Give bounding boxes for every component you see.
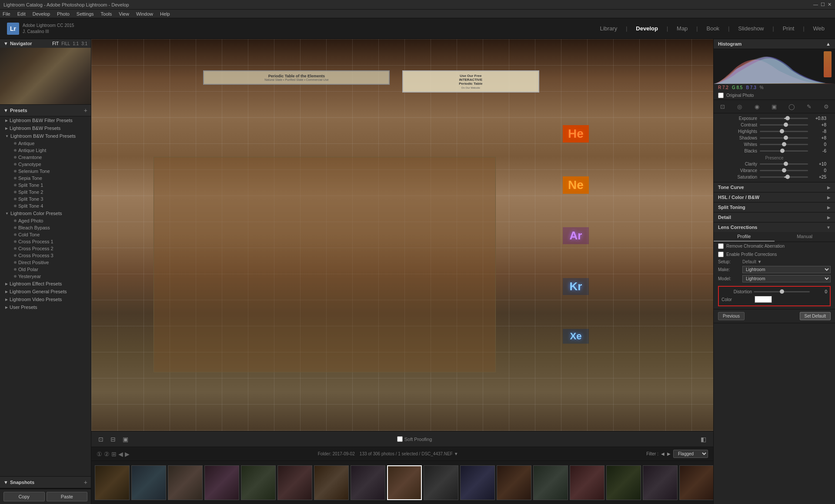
preset-split-tone-4[interactable]: Split Tone 4 [0,202,91,209]
preset-antique[interactable]: Antique [0,140,91,147]
vibrance-track[interactable] [760,170,808,171]
zoom-fit[interactable]: FIT [52,41,59,46]
nav-map[interactable]: Map [673,23,691,33]
navigator-header[interactable]: ▼ Navigator FIT FILL 1:1 3:1 [0,39,91,48]
lens-setup-value[interactable]: Default ▼ [742,259,762,264]
exposure-thumb[interactable] [785,116,790,120]
highlights-track[interactable] [760,131,808,132]
settings-icon[interactable]: ⚙ [822,102,831,111]
filter-arrow-right[interactable]: ▶ [667,451,671,456]
blacks-thumb[interactable] [780,149,785,153]
film-thumb-10[interactable] [424,465,458,500]
survey-view-button[interactable]: ▣ [121,435,130,444]
distortion-track[interactable] [754,291,810,292]
exposure-track[interactable] [760,118,808,119]
hsl-header[interactable]: HSL / Color / B&W ▶ [714,192,835,202]
zoom-3to1[interactable]: 3:1 [81,41,87,46]
preset-group-video-header[interactable]: ▶ Lightroom Video Presets [0,295,91,303]
split-toning-header[interactable]: Split Toning ▶ [714,202,835,212]
filter-dropdown[interactable]: Flagged All Photos Rated [673,450,708,458]
maximize-button[interactable]: ☐ [821,2,825,7]
lens-profile-tab[interactable]: Profile [714,232,775,242]
spot-heal-icon[interactable]: ◎ [735,102,744,111]
film-thumb-4[interactable] [204,465,239,500]
detail-header[interactable]: Detail ▶ [714,212,835,222]
main-image-area[interactable]: He Ne Ar Kr Xe Periodic Table of the Ele… [91,39,713,431]
preset-split-tone-3[interactable]: Split Tone 3 [0,196,91,202]
whites-thumb[interactable] [782,142,786,146]
original-photo-checkbox[interactable] [718,93,724,98]
redeye-icon[interactable]: ◉ [753,102,762,111]
page-num-1[interactable]: ① [97,451,102,458]
preset-cold-tone[interactable]: Cold Tone [0,231,91,238]
close-button[interactable]: ✕ [828,2,832,7]
preset-group-effect-header[interactable]: ▶ Lightroom Effect Presets [0,280,91,288]
filter-arrow-left[interactable]: ◀ [661,451,665,456]
menu-view[interactable]: View [119,11,129,17]
preset-creamtone[interactable]: Creamtone [0,154,91,161]
copy-button[interactable]: Copy [3,492,45,501]
histogram-header[interactable]: Histogram ▲ [714,39,835,49]
paste-button[interactable]: Paste [47,492,88,501]
page-num-2[interactable]: ② [104,451,110,458]
split-toning-toggle[interactable]: ▶ [827,205,831,210]
menu-help[interactable]: Help [160,11,170,17]
preset-antique-light[interactable]: Antique Light [0,147,91,154]
highlights-thumb[interactable] [780,129,784,133]
preset-old-polar[interactable]: Old Polar [0,266,91,273]
film-thumb-11[interactable] [460,465,495,500]
film-thumb-2[interactable] [131,465,166,500]
film-thumb-9-selected[interactable] [387,465,422,500]
vibrance-thumb[interactable] [782,168,786,172]
film-thumb-13[interactable] [533,465,568,500]
preset-selenium-tone[interactable]: Selenium Tone [0,168,91,175]
whites-track[interactable] [760,144,808,145]
snapshots-header[interactable]: ▼ Snapshots + [0,477,91,488]
preset-cross-process-3[interactable]: Cross Process 3 [0,252,91,259]
graduated-icon[interactable]: ▣ [770,102,778,111]
preset-aged-photo[interactable]: Aged Photo [0,217,91,224]
tone-curve-header[interactable]: Tone Curve ▶ [714,182,835,192]
blacks-track[interactable] [760,150,808,152]
menu-develop[interactable]: Develop [33,11,50,17]
clarity-thumb[interactable] [784,162,788,166]
nav-develop[interactable]: Develop [632,23,661,33]
lens-make-select[interactable]: Lightroom [742,266,831,273]
color-swatch[interactable] [755,296,772,303]
film-thumb-5[interactable] [241,465,276,500]
histogram-expand[interactable]: ▲ [826,41,831,46]
film-thumb-17[interactable] [679,465,713,500]
shadows-track[interactable] [760,137,808,139]
hsl-toggle[interactable]: ▶ [827,195,831,200]
previous-button[interactable]: Previous [718,312,745,320]
film-thumb-16[interactable] [643,465,678,500]
preset-group-user-header[interactable]: ▶ User Presets [0,303,91,311]
snapshots-add-button[interactable]: + [84,479,87,486]
distortion-thumb[interactable] [780,289,784,294]
minimize-button[interactable]: — [813,2,818,7]
film-thumb-12[interactable] [497,465,531,500]
menu-photo[interactable]: Photo [57,11,70,17]
navigator-thumbnail[interactable] [0,48,91,104]
presets-add-button[interactable]: + [84,107,87,114]
crop-icon[interactable]: ⊡ [718,102,727,111]
window-controls[interactable]: — ☐ ✕ [813,2,832,7]
nav-web[interactable]: Web [810,23,828,33]
menu-edit[interactable]: Edit [17,11,26,17]
soft-proofing-checkbox[interactable] [397,436,403,442]
film-thumb-15[interactable] [606,465,641,500]
menu-file[interactable]: File [3,11,10,17]
film-thumb-3[interactable] [168,465,203,500]
radial-icon[interactable]: ◯ [787,102,796,111]
adjustment-brush-icon[interactable]: ✎ [805,102,813,111]
clarity-track[interactable] [760,163,808,165]
preset-split-tone-2[interactable]: Split Tone 2 [0,189,91,196]
nav-print[interactable]: Print [779,23,798,33]
zoom-1to1[interactable]: 1:1 [73,41,79,46]
loupe-view-button[interactable]: ⊡ [97,435,105,444]
film-thumb-14[interactable] [570,465,605,500]
grid-view-btn[interactable]: ⊞ [111,451,117,458]
shadows-thumb[interactable] [784,136,788,140]
preset-direct-positive[interactable]: Direct Positive [0,259,91,266]
next-arrow[interactable]: ▶ [125,451,130,458]
